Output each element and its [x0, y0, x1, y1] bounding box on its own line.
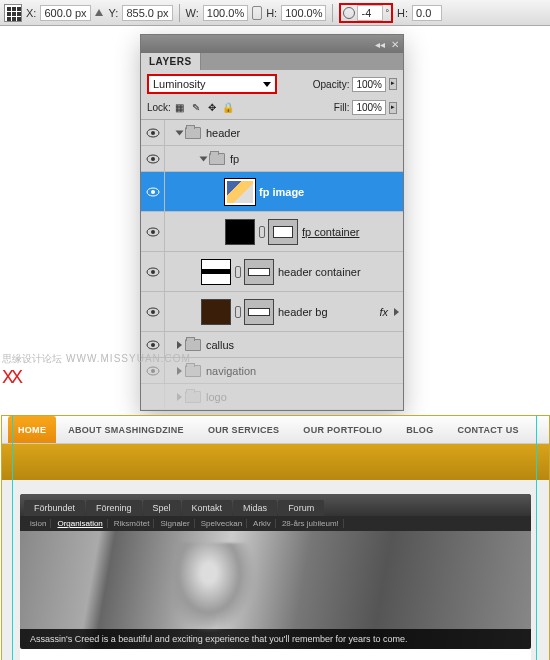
opacity-flyout-icon[interactable]: ▸ — [389, 78, 397, 90]
hero-tabs: Förbundet Förening Spel Kontakt Midas Fo… — [20, 494, 531, 516]
hero-tab[interactable]: Förening — [86, 500, 142, 516]
visibility-toggle[interactable] — [141, 120, 165, 145]
layer-row-fp-container[interactable]: fp container — [141, 212, 403, 252]
layers-tab[interactable]: LAYERS — [141, 53, 201, 70]
panel-titlebar[interactable]: ◂◂ ✕ — [141, 35, 403, 53]
chevron-down-icon — [263, 82, 271, 87]
fill-flyout-icon[interactable]: ▸ — [389, 102, 397, 114]
subnav-item[interactable]: ision — [26, 519, 51, 528]
blend-mode-select[interactable]: Luminosity — [147, 74, 277, 94]
link-wh-icon[interactable] — [252, 6, 262, 20]
visibility-toggle[interactable] — [141, 146, 165, 171]
close-icon[interactable]: ✕ — [391, 39, 399, 50]
guide-vertical — [536, 415, 537, 660]
w-label: W: — [186, 7, 199, 19]
folder-icon — [185, 339, 201, 351]
angle-input[interactable]: -4 — [357, 5, 383, 21]
nav-home[interactable]: HOME — [8, 416, 56, 443]
h-skew-label: H: — [397, 7, 408, 19]
subnav-item[interactable]: Arkiv — [249, 519, 276, 528]
layer-name[interactable]: callus — [206, 339, 234, 351]
gold-banner — [2, 444, 549, 480]
nav-services[interactable]: OUR SERVICES — [196, 425, 291, 435]
w-input[interactable]: 100.0% — [203, 5, 248, 21]
transform-options-bar: X: 600.0 px Y: 855.0 px W: 100.0% H: 100… — [0, 0, 550, 26]
lock-image-icon[interactable]: ✎ — [190, 102, 202, 114]
layer-thumbnail[interactable] — [225, 179, 255, 205]
layer-thumbnail[interactable] — [201, 259, 231, 285]
hero-section: Förbundet Förening Spel Kontakt Midas Fo… — [2, 480, 549, 660]
lock-transparent-icon[interactable]: ▦ — [174, 102, 186, 114]
fx-disclosure-icon[interactable] — [394, 308, 399, 316]
opacity-label: Opacity: — [313, 79, 350, 90]
layer-thumbnail[interactable] — [225, 219, 255, 245]
visibility-toggle[interactable] — [141, 172, 165, 211]
svg-point-3 — [151, 157, 155, 161]
layer-row-fp-image[interactable]: fp image — [141, 172, 403, 212]
hero-tab[interactable]: Kontakt — [182, 500, 233, 516]
svg-point-5 — [151, 190, 155, 194]
vector-mask-thumbnail[interactable] — [268, 219, 298, 245]
opacity-input[interactable]: 100% — [352, 77, 386, 92]
subnav-item[interactable]: Spelveckan — [197, 519, 247, 528]
h-skew-input[interactable]: 0.0 — [412, 5, 442, 21]
x-input[interactable]: 600.0 px — [40, 5, 90, 21]
hero-tab[interactable]: Förbundet — [24, 500, 85, 516]
y-input[interactable]: 855.0 px — [122, 5, 172, 21]
layer-row-fp[interactable]: fp — [141, 146, 403, 172]
folder-icon — [185, 127, 201, 139]
layer-name[interactable]: logo — [206, 391, 227, 403]
hero-tab[interactable]: Forum — [278, 500, 324, 516]
layer-name[interactable]: header — [206, 127, 240, 139]
disclosure-icon[interactable] — [177, 393, 182, 401]
layer-row-header-container[interactable]: header container — [141, 252, 403, 292]
layer-thumbnail[interactable] — [201, 299, 231, 325]
nav-portfolio[interactable]: OUR PORTFOLIO — [291, 425, 394, 435]
hero-tab[interactable]: Midas — [233, 500, 277, 516]
nav-about[interactable]: ABOUT SMASHINGDZINE — [56, 425, 196, 435]
subnav-item[interactable]: Organisation — [53, 519, 107, 528]
h-input[interactable]: 100.0% — [281, 5, 326, 21]
delta-icon[interactable] — [95, 9, 103, 16]
link-icon[interactable] — [259, 226, 265, 238]
svg-point-9 — [151, 270, 155, 274]
visibility-toggle[interactable] — [141, 252, 165, 291]
nav-blog[interactable]: BLOG — [394, 425, 445, 435]
subnav-item[interactable]: Signaler — [156, 519, 194, 528]
subnav-item[interactable]: 28-års jubileum! — [278, 519, 344, 528]
fx-badge[interactable]: fx — [379, 306, 388, 318]
svg-point-11 — [151, 310, 155, 314]
lock-position-icon[interactable]: ✥ — [206, 102, 218, 114]
disclosure-icon[interactable] — [200, 156, 208, 161]
link-icon[interactable] — [235, 266, 241, 278]
layer-row-header-bg[interactable]: header bg fx — [141, 292, 403, 332]
h-label: H: — [266, 7, 277, 19]
visibility-toggle[interactable] — [141, 292, 165, 331]
link-icon[interactable] — [235, 306, 241, 318]
reference-point-grid[interactable] — [4, 4, 22, 22]
x-label: X: — [26, 7, 36, 19]
lock-all-icon[interactable]: 🔒 — [222, 102, 234, 114]
angle-icon — [343, 7, 355, 19]
svg-point-1 — [151, 131, 155, 135]
layer-name[interactable]: fp container — [302, 226, 359, 238]
layer-row-header[interactable]: header — [141, 120, 403, 146]
layer-name[interactable]: header bg — [278, 306, 328, 318]
nav-contact[interactable]: CONTACT US — [445, 425, 530, 435]
vector-mask-thumbnail[interactable] — [244, 259, 274, 285]
vector-mask-thumbnail[interactable] — [244, 299, 274, 325]
layer-name[interactable]: navigation — [206, 365, 256, 377]
subnav-item[interactable]: Riksmötet — [110, 519, 155, 528]
disclosure-icon[interactable] — [177, 341, 182, 349]
collapse-icon[interactable]: ◂◂ — [375, 39, 385, 50]
svg-point-13 — [151, 343, 155, 347]
layer-name[interactable]: fp image — [259, 186, 304, 198]
visibility-toggle[interactable] — [141, 212, 165, 251]
annotation-xx: XX — [2, 366, 191, 389]
fill-input[interactable]: 100% — [352, 100, 386, 115]
hero-tab[interactable]: Spel — [143, 500, 181, 516]
layer-name[interactable]: header container — [278, 266, 361, 278]
layer-name[interactable]: fp — [230, 153, 239, 165]
lock-label: Lock: — [147, 102, 171, 113]
disclosure-icon[interactable] — [176, 130, 184, 135]
